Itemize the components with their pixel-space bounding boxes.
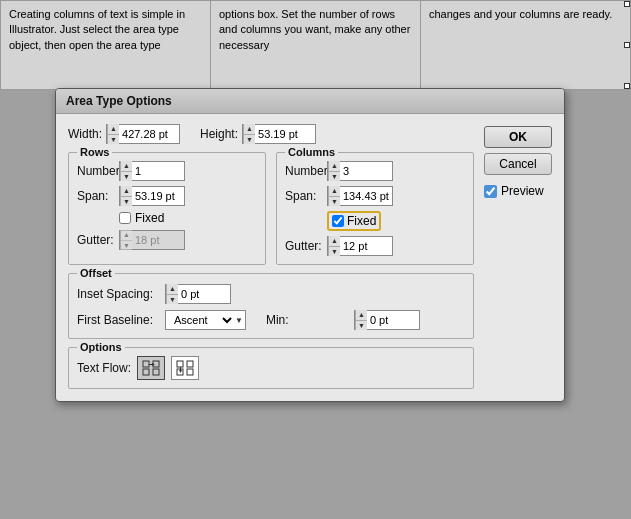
height-arrows[interactable]: ▲ ▼	[243, 124, 255, 144]
rows-gutter-spinner: ▲ ▼	[119, 230, 185, 250]
flow-tb-button[interactable]	[171, 356, 199, 380]
height-input[interactable]	[255, 125, 315, 143]
cancel-button[interactable]: Cancel	[484, 153, 552, 175]
inset-up[interactable]: ▲	[167, 284, 178, 295]
min-arrows[interactable]: ▲ ▼	[355, 310, 367, 330]
cols-number-input[interactable]	[340, 162, 392, 180]
inset-arrows[interactable]: ▲ ▼	[166, 284, 178, 304]
rows-span-spinner[interactable]: ▲ ▼	[119, 186, 185, 206]
height-spinner[interactable]: ▲ ▼	[242, 124, 316, 144]
rows-fixed-line: Fixed	[77, 211, 257, 225]
rows-gutter-line: Gutter: ▲ ▼	[77, 230, 257, 250]
area-type-options-dialog: Area Type Options Width: ▲ ▼ Height:	[55, 88, 565, 402]
svg-rect-4	[177, 361, 183, 367]
rows-number-label: Number:	[77, 164, 115, 178]
ok-button[interactable]: OK	[484, 126, 552, 148]
bg-col-2: options box. Set the number of rows and …	[211, 1, 421, 89]
cols-gutter-line: Gutter: ▲ ▼	[285, 236, 465, 256]
baseline-select-wrapper[interactable]: Ascent Cap Height Leading x Height Em Bo…	[165, 310, 246, 330]
options-label: Options	[77, 341, 125, 353]
cols-number-line: Number: ▲ ▼	[285, 161, 465, 181]
wh-row: Width: ▲ ▼ Height: ▲ ▼	[68, 124, 474, 144]
svg-rect-6	[187, 361, 193, 367]
cols-number-down[interactable]: ▼	[329, 172, 340, 182]
cols-gutter-arrows[interactable]: ▲ ▼	[328, 236, 340, 256]
offset-section: Offset Inset Spacing: ▲ ▼ First	[68, 273, 474, 339]
cols-span-line: Span: ▲ ▼	[285, 186, 465, 206]
rows-number-arrows[interactable]: ▲ ▼	[120, 161, 132, 181]
width-arrows[interactable]: ▲ ▼	[107, 124, 119, 144]
width-down-arrow[interactable]: ▼	[108, 135, 119, 145]
min-input[interactable]	[367, 311, 419, 329]
rows-span-arrows[interactable]: ▲ ▼	[120, 186, 132, 206]
options-inner: Text Flow:	[77, 356, 465, 380]
rows-number-input[interactable]	[132, 162, 184, 180]
dialog-main: Width: ▲ ▼ Height: ▲ ▼	[68, 124, 474, 389]
height-down-arrow[interactable]: ▼	[244, 135, 255, 145]
handle-tr	[624, 1, 630, 7]
rows-span-input[interactable]	[132, 187, 184, 205]
height-group: Height: ▲ ▼	[200, 124, 316, 144]
rows-fixed-checkbox[interactable]	[119, 212, 131, 224]
background-columns: Creating columns of text is simple in Il…	[0, 0, 631, 90]
rows-span-down[interactable]: ▼	[121, 197, 132, 207]
min-up[interactable]: ▲	[356, 310, 367, 321]
cols-number-label: Number:	[285, 164, 323, 178]
baseline-select[interactable]: Ascent Cap Height Leading x Height Em Bo…	[170, 313, 235, 327]
cols-span-input[interactable]	[340, 187, 392, 205]
baseline-row: First Baseline: Ascent Cap Height Leadin…	[77, 310, 465, 330]
flow-tb-icon	[176, 360, 194, 376]
handle-mr	[624, 42, 630, 48]
cols-fixed-checkbox[interactable]	[332, 215, 344, 227]
width-input[interactable]	[119, 125, 179, 143]
rows-gutter-label: Gutter:	[77, 233, 115, 247]
cols-span-label: Span:	[285, 189, 323, 203]
min-down[interactable]: ▼	[356, 321, 367, 331]
rc-row: Rows Number: ▲ ▼	[68, 152, 474, 265]
svg-rect-3	[153, 369, 159, 375]
rows-number-down[interactable]: ▼	[121, 172, 132, 182]
inset-row: Inset Spacing: ▲ ▼	[77, 284, 465, 304]
cols-gutter-label: Gutter:	[285, 239, 323, 253]
svg-rect-1	[143, 369, 149, 375]
cols-gutter-spinner[interactable]: ▲ ▼	[327, 236, 393, 256]
inset-spinner[interactable]: ▲ ▼	[165, 284, 231, 304]
cols-gutter-down[interactable]: ▼	[329, 247, 340, 257]
rows-section: Rows Number: ▲ ▼	[68, 152, 266, 265]
cols-number-up[interactable]: ▲	[329, 161, 340, 172]
height-up-arrow[interactable]: ▲	[244, 124, 255, 135]
inset-down[interactable]: ▼	[167, 295, 178, 305]
bg-col-1: Creating columns of text is simple in Il…	[1, 1, 211, 89]
width-up-arrow[interactable]: ▲	[108, 124, 119, 135]
rows-span-up[interactable]: ▲	[121, 186, 132, 197]
inset-input[interactable]	[178, 285, 230, 303]
min-spinner[interactable]: ▲ ▼	[354, 310, 420, 330]
height-label: Height:	[200, 127, 238, 141]
width-spinner[interactable]: ▲ ▼	[106, 124, 180, 144]
offset-label: Offset	[77, 267, 115, 279]
flow-lr-icon	[142, 360, 160, 376]
cols-span-down[interactable]: ▼	[329, 197, 340, 207]
columns-label: Columns	[285, 146, 338, 158]
cols-number-arrows[interactable]: ▲ ▼	[328, 161, 340, 181]
cols-span-up[interactable]: ▲	[329, 186, 340, 197]
cols-span-arrows[interactable]: ▲ ▼	[328, 186, 340, 206]
inset-label: Inset Spacing:	[77, 287, 157, 301]
cols-number-spinner[interactable]: ▲ ▼	[327, 161, 393, 181]
cols-gutter-input[interactable]	[340, 237, 392, 255]
flow-lr-button[interactable]	[137, 356, 165, 380]
rows-number-spinner[interactable]: ▲ ▼	[119, 161, 185, 181]
dialog-actions: OK Cancel Preview	[484, 124, 552, 389]
preview-label: Preview	[501, 184, 544, 198]
rows-gutter-down: ▼	[121, 241, 132, 251]
svg-rect-7	[187, 369, 193, 375]
rows-number-up[interactable]: ▲	[121, 161, 132, 172]
rows-gutter-input	[132, 231, 184, 249]
cols-fixed-highlight: Fixed	[327, 211, 381, 231]
preview-checkbox[interactable]	[484, 185, 497, 198]
cols-gutter-up[interactable]: ▲	[329, 236, 340, 247]
rows-number-line: Number: ▲ ▼	[77, 161, 257, 181]
rows-span-line: Span: ▲ ▼	[77, 186, 257, 206]
handle-br	[624, 83, 630, 89]
cols-span-spinner[interactable]: ▲ ▼	[327, 186, 393, 206]
